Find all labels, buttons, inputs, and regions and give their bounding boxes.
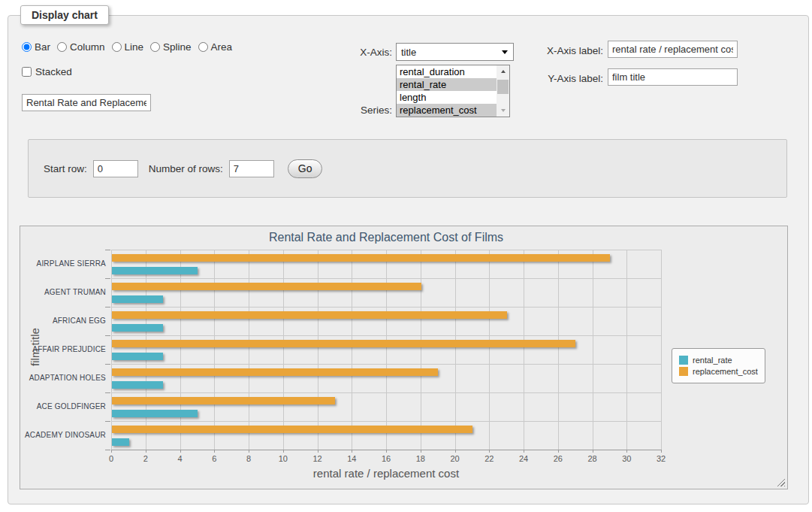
y-axis-label-input[interactable]	[608, 68, 738, 86]
y-axis-tick	[105, 335, 110, 336]
fieldset-legend: Display chart	[20, 5, 109, 25]
chart-type-line[interactable]: Line	[112, 41, 144, 53]
chart-title-input[interactable]	[22, 94, 151, 111]
chart-type-area[interactable]: Area	[198, 41, 233, 53]
x-tick-label: 0	[96, 454, 126, 463]
gridline	[180, 250, 181, 450]
y-axis-tick	[105, 421, 110, 422]
bar-rental_rate	[112, 381, 163, 389]
row-range-controls: Start row: Number of rows: Go	[44, 140, 322, 197]
chart-x-axis-title: rental rate / replacement cost	[111, 467, 661, 480]
legend-item-replacement_cost[interactable]: replacement_cost	[679, 367, 758, 376]
chart-type-spline-radio[interactable]	[150, 42, 160, 52]
gridline	[111, 278, 661, 279]
x-tick-label: 26	[543, 454, 573, 463]
chart-type-spline[interactable]: Spline	[150, 41, 192, 53]
bar-replacement_cost	[112, 397, 335, 404]
row-range-panel: Start row: Number of rows: Go	[28, 139, 787, 198]
gridline	[146, 250, 146, 450]
gridline	[214, 250, 215, 450]
scrollbar-thumb[interactable]	[497, 80, 509, 94]
x-tick-label: 8	[234, 454, 264, 463]
gridline	[249, 250, 249, 450]
x-axis-label-input[interactable]	[608, 41, 738, 58]
gridline	[455, 250, 456, 450]
series-options: rental_durationrental_ratelengthreplacem…	[397, 65, 497, 117]
legend-label: rental_rate	[693, 356, 732, 365]
y-axis-tick	[105, 250, 110, 250]
series-multiselect[interactable]: rental_durationrental_ratelengthreplacem…	[396, 65, 510, 117]
x-tick-label: 20	[440, 454, 470, 463]
series-list-label: Series:	[331, 105, 392, 116]
x-tick-label: 2	[131, 454, 161, 463]
category-label: AIRPLANE SIERRA	[20, 259, 106, 268]
x-axis-select[interactable]: title	[396, 43, 514, 61]
x-tick-label: 4	[165, 454, 195, 463]
bar-rental_rate	[112, 267, 198, 274]
x-axis-select-label: X-Axis:	[331, 47, 392, 58]
y-axis-tick	[105, 450, 110, 450]
gridline	[111, 364, 661, 365]
chart-type-column-radio[interactable]	[57, 42, 67, 52]
category-label: ACADEMY DINOSAUR	[20, 431, 106, 439]
chart-legend: rental_ratereplacement_cost	[672, 348, 765, 383]
bar-replacement_cost	[112, 368, 438, 376]
x-tick-label: 6	[199, 454, 229, 463]
stacked-option[interactable]: Stacked	[22, 66, 72, 77]
gridline	[318, 250, 318, 450]
series-option-length[interactable]: length	[397, 91, 497, 104]
bar-replacement_cost	[112, 340, 575, 347]
chart-type-bar-radio[interactable]	[22, 42, 32, 52]
x-tick-label: 28	[578, 454, 608, 463]
chart-type-radio-group: Bar Column Line Spline Area	[22, 41, 239, 53]
chart-type-column[interactable]: Column	[57, 41, 105, 53]
bar-rental_rate	[112, 324, 163, 332]
chart-type-line-radio[interactable]	[112, 42, 122, 52]
bar-rental_rate	[112, 353, 163, 360]
scroll-down-button[interactable]	[497, 105, 509, 117]
chart-type-area-label: Area	[211, 41, 233, 53]
bar-replacement_cost	[112, 283, 421, 290]
legend-label: replacement_cost	[693, 367, 758, 376]
chart-type-bar[interactable]: Bar	[22, 41, 50, 53]
y-axis-tick	[105, 392, 110, 393]
x-tick-label: 22	[474, 454, 504, 463]
y-axis-tick	[105, 364, 110, 365]
chart-type-area-radio[interactable]	[198, 42, 208, 52]
y-axis-label-caption: Y-Axis label:	[530, 73, 603, 84]
category-label: ACE GOLDFINGER	[20, 402, 106, 411]
gridline	[111, 250, 112, 450]
stacked-label: Stacked	[35, 66, 72, 77]
scroll-up-button[interactable]	[497, 65, 509, 77]
bar-rental_rate	[112, 438, 129, 446]
x-tick-label: 10	[268, 454, 298, 463]
bar-replacement_cost	[112, 311, 507, 319]
gridline	[111, 335, 661, 336]
legend-item-rental_rate[interactable]: rental_rate	[679, 356, 758, 365]
scroll-up-icon	[501, 70, 506, 73]
start-row-label: Start row:	[44, 163, 87, 174]
gridline	[386, 250, 387, 450]
go-button[interactable]: Go	[288, 159, 323, 178]
dropdown-arrow-icon	[502, 50, 508, 54]
category-label: AFRICAN EGG	[20, 317, 106, 325]
chart-resize-handle[interactable]	[775, 477, 785, 486]
gridline	[661, 250, 662, 450]
num-rows-input[interactable]	[229, 160, 274, 177]
x-axis-label-caption: X-Axis label:	[530, 45, 603, 56]
y-axis-tick	[105, 307, 110, 308]
gridline	[111, 250, 661, 250]
start-row-input[interactable]	[93, 160, 138, 177]
bar-replacement_cost	[112, 426, 472, 433]
series-option-replacement_cost[interactable]: replacement_cost	[397, 104, 497, 117]
chart-type-spline-label: Spline	[163, 41, 192, 53]
chart-type-bar-label: Bar	[35, 41, 50, 53]
series-scrollbar[interactable]	[497, 65, 509, 117]
legend-swatch-icon	[679, 356, 688, 365]
gridline	[489, 250, 490, 450]
gridline	[558, 250, 559, 450]
x-tick-label: 32	[646, 454, 676, 463]
series-option-rental_duration[interactable]: rental_duration	[397, 65, 497, 78]
series-option-rental_rate[interactable]: rental_rate	[397, 78, 497, 91]
stacked-checkbox[interactable]	[22, 67, 32, 77]
